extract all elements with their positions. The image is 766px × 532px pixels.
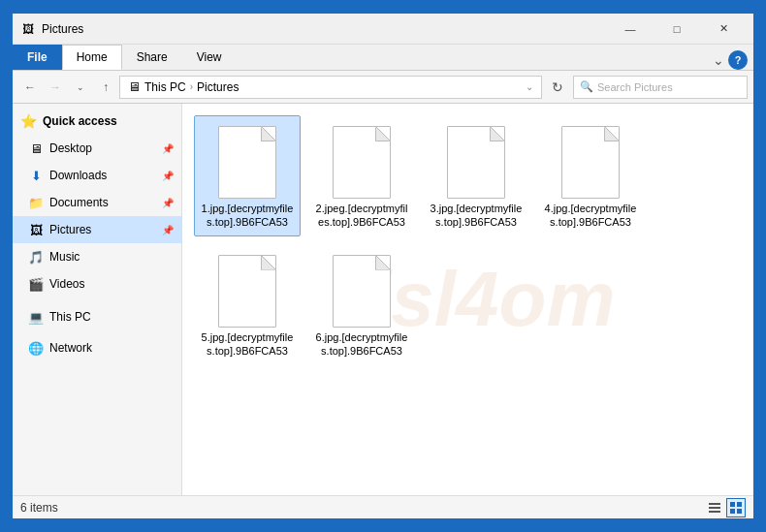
- up-button[interactable]: ↑: [94, 76, 117, 99]
- file-name-1: 1.jpg.[decryptmyfiles.top].9B6FCA53: [201, 202, 294, 230]
- file-paper-5: [218, 255, 276, 328]
- search-placeholder: Search Pictures: [597, 81, 673, 93]
- svg-rect-2: [709, 511, 720, 513]
- file-paper-1: [218, 126, 276, 199]
- file-paper-3: [447, 126, 505, 199]
- path-dropdown-icon[interactable]: ⌄: [526, 81, 533, 92]
- file-item-1[interactable]: 1.jpg.[decryptmyfiles.top].9B6FCA53: [194, 115, 301, 236]
- tab-file[interactable]: File: [13, 45, 62, 70]
- file-item-4[interactable]: 4.jpg.[decryptmyfiles.top].9B6FCA53: [537, 115, 644, 236]
- window-icon: 🖼: [20, 21, 36, 37]
- file-name-6: 6.jpg.[decryptmyfiles.top].9B6FCA53: [315, 330, 408, 359]
- window-title: Pictures: [42, 22, 608, 36]
- quick-access-label: Quick access: [43, 114, 117, 128]
- help-button[interactable]: ?: [728, 50, 748, 70]
- quick-access-icon: ⭐: [20, 113, 37, 129]
- sidebar-label-downloads: Downloads: [49, 169, 107, 182]
- pin-icon-documents: 📌: [162, 198, 174, 208]
- ribbon-right: ⌄ ?: [713, 50, 753, 70]
- videos-icon: 🎬: [28, 276, 44, 292]
- file-paper-6: [333, 255, 391, 328]
- sidebar-item-music[interactable]: 🎵 Music: [13, 243, 181, 270]
- sidebar-item-downloads[interactable]: ⬇ Downloads 📌: [13, 162, 181, 189]
- sidebar-label-this-pc: This PC: [49, 310, 91, 324]
- maximize-button[interactable]: □: [654, 14, 699, 45]
- tab-home[interactable]: Home: [62, 45, 122, 70]
- address-path[interactable]: 🖥 This PC › Pictures ⌄: [119, 76, 542, 99]
- tab-share[interactable]: Share: [122, 45, 182, 70]
- file-item-6[interactable]: 6.jpg.[decryptmyfiles.top].9B6FCA53: [308, 244, 415, 365]
- file-icon-4: [556, 122, 625, 200]
- title-bar-controls: — □ ✕: [608, 14, 746, 45]
- svg-rect-0: [709, 503, 720, 505]
- file-icon-5: [212, 251, 282, 329]
- svg-rect-3: [730, 502, 735, 507]
- tab-view[interactable]: View: [182, 45, 237, 70]
- path-sep-1: ›: [190, 81, 193, 92]
- view-large-icons-button[interactable]: [726, 498, 746, 517]
- sidebar-label-desktop: Desktop: [49, 141, 92, 155]
- main-content: ⭐ Quick access 🖥 Desktop 📌 ⬇ Downloads 📌…: [13, 104, 753, 495]
- sidebar-label-music: Music: [49, 250, 80, 264]
- pin-icon-desktop: 📌: [162, 143, 174, 154]
- status-bar: 6 items: [13, 495, 753, 518]
- close-button[interactable]: ✕: [701, 14, 746, 45]
- minimize-button[interactable]: —: [608, 14, 653, 45]
- file-icon-3: [441, 122, 511, 200]
- file-name-5: 5.jpg.[decryptmyfiles.top].9B6FCA53: [201, 330, 294, 359]
- path-icon: 🖥: [128, 79, 141, 94]
- svg-rect-1: [709, 507, 720, 509]
- file-name-4: 4.jpg.[decryptmyfiles.top].9B6FCA53: [544, 202, 637, 230]
- sidebar-label-pictures: Pictures: [49, 223, 91, 236]
- file-icon-2: [327, 122, 397, 200]
- item-count: 6 items: [20, 501, 58, 515]
- search-icon: 🔍: [580, 80, 593, 93]
- file-paper-4: [561, 126, 620, 199]
- file-item-2[interactable]: 2.jpeg.[decryptmyfiles.top].9B6FCA53: [308, 115, 415, 236]
- sidebar: ⭐ Quick access 🖥 Desktop 📌 ⬇ Downloads 📌…: [13, 104, 182, 495]
- sidebar-label-videos: Videos: [49, 277, 84, 291]
- ribbon-tabs: File Home Share View ⌄ ?: [13, 45, 753, 70]
- music-icon: 🎵: [28, 249, 44, 265]
- svg-rect-4: [737, 502, 742, 507]
- downloads-icon: ⬇: [28, 168, 44, 183]
- details-view-icon: [708, 501, 721, 515]
- title-bar: 🖼 Pictures — □ ✕: [13, 14, 753, 45]
- recent-dropdown-button[interactable]: ⌄: [69, 76, 92, 99]
- file-area: isl4om 1.jpg.[decryptmyfiles.top].9B6FCA…: [182, 104, 753, 495]
- ribbon-collapse-icon[interactable]: ⌄: [713, 52, 724, 68]
- documents-icon: 📁: [28, 195, 44, 210]
- svg-rect-6: [737, 509, 742, 514]
- sidebar-item-pictures[interactable]: 🖼 Pictures 📌: [13, 216, 181, 243]
- address-bar: ← → ⌄ ↑ 🖥 This PC › Pictures ⌄ ↻ 🔍 Searc…: [13, 71, 753, 104]
- sidebar-label-network: Network: [49, 341, 92, 355]
- sidebar-item-this-pc[interactable]: 💻 This PC: [13, 303, 181, 330]
- network-icon: 🌐: [28, 340, 44, 356]
- sidebar-item-desktop[interactable]: 🖥 Desktop 📌: [13, 135, 181, 162]
- ribbon: File Home Share View ⌄ ?: [13, 45, 753, 71]
- this-pc-icon: 💻: [28, 309, 44, 325]
- search-box[interactable]: 🔍 Search Pictures: [573, 76, 748, 99]
- sidebar-item-network[interactable]: 🌐 Network: [13, 334, 181, 361]
- path-this-pc: This PC: [144, 80, 186, 94]
- forward-button[interactable]: →: [44, 76, 67, 99]
- file-item-5[interactable]: 5.jpg.[decryptmyfiles.top].9B6FCA53: [194, 244, 301, 365]
- file-paper-2: [333, 126, 391, 199]
- file-item-3[interactable]: 3.jpg.[decryptmyfiles.top].9B6FCA53: [423, 115, 529, 236]
- file-icon-6: [327, 251, 397, 329]
- sidebar-item-documents[interactable]: 📁 Documents 📌: [13, 189, 181, 216]
- sidebar-quick-access[interactable]: ⭐ Quick access: [13, 108, 181, 135]
- file-name-2: 2.jpeg.[decryptmyfiles.top].9B6FCA53: [315, 202, 408, 230]
- view-controls: [705, 498, 746, 517]
- svg-rect-5: [730, 509, 735, 514]
- view-details-button[interactable]: [705, 498, 724, 517]
- path-pictures: Pictures: [197, 80, 239, 94]
- file-name-3: 3.jpg.[decryptmyfiles.top].9B6FCA53: [430, 202, 523, 230]
- desktop-icon: 🖥: [28, 141, 44, 156]
- explorer-window: 🖼 Pictures — □ ✕ File Home Share View ⌄ …: [11, 12, 755, 520]
- refresh-button[interactable]: ↻: [544, 76, 571, 99]
- back-button[interactable]: ←: [18, 76, 42, 99]
- sidebar-item-videos[interactable]: 🎬 Videos: [13, 270, 181, 297]
- large-icons-view-icon: [729, 501, 743, 515]
- file-icon-1: [212, 122, 282, 200]
